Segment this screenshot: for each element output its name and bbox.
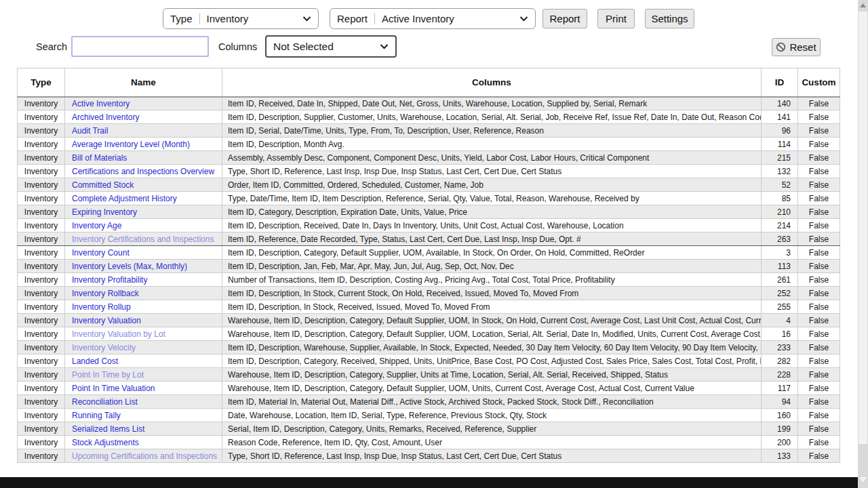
report-name-link[interactable]: Inventory Certifications and Inspections [72,235,214,244]
report-name-link[interactable]: Point In Time Valuation [72,384,155,393]
vertical-scrollbar[interactable] [858,0,868,488]
table-row[interactable]: Inventory Point In Time by Lot Warehouse… [18,368,840,382]
report-name-link[interactable]: Expiring Inventory [72,207,137,217]
report-name-link[interactable]: Average Inventory Level (Month) [72,140,190,149]
report-name-link[interactable]: Inventory Age [72,221,121,230]
row-type: Inventory [18,327,65,341]
window-bottom-bar [0,477,858,488]
columns-select[interactable]: Not Selected [265,35,397,58]
row-custom: False [798,300,840,314]
scroll-down-button[interactable] [858,474,868,485]
report-name-link[interactable]: Audit Trail [72,126,108,136]
reset-button[interactable]: Reset [772,38,821,56]
table-row[interactable]: Inventory Running Tally Date, Warehouse,… [18,409,840,422]
row-id: 114 [762,138,798,151]
table-row[interactable]: Inventory Expiring Inventory Item ID, Ca… [18,205,840,219]
row-custom: False [798,354,840,368]
row-type: Inventory [18,232,65,246]
table-row[interactable]: Inventory Stock Adjustments Reason Code,… [18,436,840,449]
report-name-link[interactable]: Serialized Items List [72,424,144,434]
report-name-link[interactable]: Landed Cost [72,357,118,366]
row-custom: False [798,232,840,246]
report-name-link[interactable]: Point In Time by Lot [72,370,144,380]
row-type: Inventory [18,219,65,232]
table-row[interactable]: Inventory Active Inventory Item ID, Rece… [18,97,840,110]
table-row[interactable]: Inventory Inventory Count Item ID, Descr… [18,246,840,260]
table-row[interactable]: Inventory Inventory Velocity Item ID, De… [18,341,840,354]
row-type: Inventory [18,273,65,287]
header-type[interactable]: Type [18,68,65,97]
row-columns: Item ID, Description, In Stock, Current … [222,287,762,300]
header-custom[interactable]: Custom [798,68,840,97]
report-name-link[interactable]: Active Inventory [72,99,130,108]
table-row[interactable]: Inventory Reconciliation List Item ID, M… [18,395,840,409]
row-columns: Serial, Item ID, Description, Category, … [222,422,762,436]
table-row[interactable]: Inventory Inventory Valuation Warehouse,… [18,314,840,327]
type-select[interactable]: Type Inventory [163,8,319,29]
row-custom: False [798,422,840,436]
report-name-link[interactable]: Inventory Rollback [72,289,139,298]
report-name-link[interactable]: Inventory Levels (Max, Monthly) [72,262,187,271]
scrollbar-thumb[interactable] [859,12,867,444]
table-row[interactable]: Inventory Inventory Rollback Item ID, De… [18,287,840,300]
header-name[interactable]: Name [65,68,222,97]
report-name-link[interactable]: Inventory Count [72,248,130,258]
row-id: 117 [762,382,798,395]
report-name-link[interactable]: Running Tally [72,411,121,420]
report-name-link[interactable]: Certifications and Inspections Overview [72,167,214,176]
row-id: 3 [762,246,798,260]
report-button[interactable]: Report [542,9,587,28]
table-row[interactable]: Inventory Complete Adjustment History Ty… [18,192,840,205]
table-row[interactable]: Inventory Average Inventory Level (Month… [18,138,840,151]
report-name-link[interactable]: Upcoming Certifications and Inspections [72,451,217,461]
row-columns: Type, Date/Time, Item ID, Item Descripti… [222,192,762,205]
scroll-up-button[interactable] [858,0,868,11]
row-type: Inventory [18,382,65,395]
row-columns: Warehouse, Item ID, Description, Categor… [222,368,762,382]
table-row[interactable]: Inventory Point In Time Valuation Wareho… [18,382,840,395]
report-name-link[interactable]: Reconciliation List [72,397,138,407]
row-columns: Item ID, Received, Date In, Shipped, Dat… [222,97,762,110]
row-type: Inventory [18,436,65,449]
report-select[interactable]: Report Active Inventory [330,8,536,29]
settings-button[interactable]: Settings [645,9,694,28]
table-row[interactable]: Inventory Archived Inventory Item ID, De… [18,110,840,124]
table-row[interactable]: Inventory Serialized Items List Serial, … [18,422,840,436]
table-row[interactable]: Inventory Bill of Materials Assembly, As… [18,151,840,165]
table-row[interactable]: Inventory Inventory Rollup Item ID, Desc… [18,300,840,314]
report-name-link[interactable]: Inventory Rollup [72,302,131,312]
search-label: Search [36,41,67,52]
table-row[interactable]: Inventory Inventory Profitability Number… [18,273,840,287]
table-row[interactable]: Inventory Inventory Levels (Max, Monthly… [18,260,840,273]
report-name-link[interactable]: Committed Stock [72,180,134,190]
search-input[interactable] [71,36,209,57]
report-name-link[interactable]: Inventory Valuation [72,316,141,325]
row-type: Inventory [18,178,65,192]
report-name-link[interactable]: Stock Adjustments [72,438,139,447]
report-name-link[interactable]: Inventory Valuation by Lot [72,329,165,339]
report-name-link[interactable]: Complete Adjustment History [72,194,177,203]
report-name-link[interactable]: Archived Inventory [72,113,139,122]
report-name-link[interactable]: Bill of Materials [72,153,127,163]
report-name-link[interactable]: Inventory Profitability [72,275,147,285]
row-type: Inventory [18,449,65,463]
row-type: Inventory [18,246,65,260]
type-select-label: Type [170,13,193,24]
table-row[interactable]: Inventory Landed Cost Item ID, Descripti… [18,354,840,368]
table-row[interactable]: Inventory Certifications and Inspections… [18,165,840,178]
row-custom: False [798,409,840,422]
row-custom: False [798,260,840,273]
table-row[interactable]: Inventory Committed Stock Order, Item ID… [18,178,840,192]
row-columns: Item ID, Category, Description, Expirati… [222,205,762,219]
table-row[interactable]: Inventory Inventory Age Item ID, Descrip… [18,219,840,232]
row-id: 160 [762,409,798,422]
header-columns[interactable]: Columns [222,68,762,97]
table-row[interactable]: Inventory Inventory Certifications and I… [18,232,840,246]
report-name-link[interactable]: Inventory Velocity [72,343,136,352]
print-button[interactable]: Print [597,9,635,28]
row-id: 261 [762,273,798,287]
table-row[interactable]: Inventory Upcoming Certifications and In… [18,449,840,463]
table-row[interactable]: Inventory Audit Trail Item ID, Serial, D… [18,124,840,138]
header-id[interactable]: ID [762,68,798,97]
table-row[interactable]: Inventory Inventory Valuation by Lot War… [18,327,840,341]
